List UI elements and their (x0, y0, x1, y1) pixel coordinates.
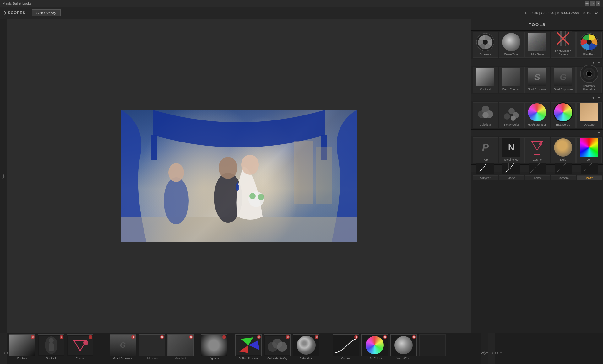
svg-rect-0 (151, 135, 157, 160)
preview-overlay (121, 110, 357, 242)
tool-colorcontrast[interactable]: Color Contrast (499, 67, 524, 93)
look-item-gradient[interactable]: ✕ Gradient (166, 334, 195, 364)
look-close-cosmo[interactable]: ✕ (89, 335, 92, 339)
looks-strip: L O O K S ✕ Contrast ✕ (0, 333, 603, 364)
look-item-saturation[interactable]: ✕ Saturation (292, 334, 320, 364)
tool-huesat[interactable]: Hue/Saturation (524, 102, 550, 128)
look-item-warmcool-post[interactable]: ✕ Warm/Cool (389, 334, 418, 364)
close-button[interactable]: ✕ (596, 1, 600, 6)
look-item-unknown1[interactable]: ✕ Unknown (138, 334, 166, 364)
look-item-extra[interactable]: ... (418, 334, 447, 364)
tool-chromatic[interactable]: Chromatic Aberration (576, 67, 602, 93)
svg-rect-61 (333, 336, 358, 355)
svg-point-4 (219, 157, 237, 179)
tool-cosmo[interactable]: Cosmo (524, 137, 550, 163)
look-close-3strip[interactable]: ✕ (257, 335, 261, 339)
look-label-extra: ... (431, 357, 434, 360)
4waycolor-icon (502, 103, 520, 121)
looks-row-post: ✕ Curves ✕ HSL Colors (330, 333, 481, 364)
tool-telecinenet[interactable]: N Telecine Net (499, 137, 524, 163)
aperture-icon (476, 33, 495, 51)
look-item-spotkill[interactable]: ✕ Spot Kill (37, 334, 65, 364)
look-close-vignette[interactable]: ✕ (222, 335, 226, 339)
row3-dropdown[interactable]: ▼ (597, 131, 600, 135)
svg-point-55 (83, 340, 88, 345)
tool-filmgrain-thumb (528, 33, 546, 51)
tools-row-3: Colorista 4-Way Color (471, 101, 603, 129)
tab-lens[interactable]: Lens (525, 175, 550, 180)
look-item-colorista3[interactable]: ✕ Colorista 3-Way (263, 334, 291, 364)
tool-lut-label: LUT (586, 158, 592, 162)
settings-button[interactable]: ⚙ (595, 11, 598, 15)
look-item-hslcolors[interactable]: ✕ HSL Colors (361, 334, 389, 364)
tab-camera[interactable]: Camera (551, 175, 576, 180)
gradexposure-visual: G (554, 68, 572, 86)
row2-dropdown2[interactable]: ▼ (597, 96, 600, 99)
tab-post[interactable]: Post (577, 175, 602, 180)
tools-section-tabs: Subject Matte (471, 164, 603, 172)
tab-subject[interactable]: Subject (473, 175, 498, 180)
tab-matte[interactable]: Matte (499, 175, 524, 180)
tool-printbleachbypass[interactable]: Print, Bleach Bypass (551, 32, 576, 58)
skin-overlay-button[interactable]: Skin Overlay (32, 9, 61, 16)
tool-duotone[interactable]: Duotone (576, 102, 602, 128)
looks-right-arrow[interactable]: ❯ (481, 333, 488, 364)
tool-warmcool[interactable]: Warm/Cool (499, 32, 524, 58)
maximize-button[interactable]: □ (590, 1, 595, 6)
tools-row3-header: ▼ (471, 129, 603, 136)
tools-text-o1: O (495, 352, 498, 355)
look-close-gradexposure[interactable]: ✕ (131, 335, 135, 339)
left-expand-button[interactable]: ❯ (0, 19, 7, 333)
tool-filmgrain[interactable]: Film Grain (524, 32, 550, 58)
tool-colorista[interactable]: Colorista (473, 102, 498, 128)
row2-dropdown[interactable]: ▼ (592, 96, 595, 99)
tool-pop[interactable]: P Pop (473, 137, 498, 163)
tools-row-4: P Pop N Telecine Net (471, 136, 603, 164)
tool-lut[interactable]: LUT (576, 137, 602, 163)
look-thumb-vignette: ✕ (201, 334, 227, 356)
look-item-cosmo[interactable]: ✕ Cosmo (66, 334, 94, 364)
look-close-warmcool-post[interactable]: ✕ (412, 335, 416, 339)
row1-dropdown2[interactable]: ▼ (597, 61, 600, 64)
tool-gradexposure[interactable]: G Grad Exposure (551, 67, 576, 93)
row1-dropdown[interactable]: ▼ (592, 61, 595, 64)
svg-rect-18 (560, 31, 562, 46)
look-close-saturation[interactable]: ✕ (315, 335, 318, 339)
look-item-contrast[interactable]: ✕ Contrast (8, 334, 36, 364)
tools-text-t: T (499, 352, 503, 354)
look-thumb-3strip: ✕ (235, 334, 262, 356)
colorista3-icon (265, 336, 290, 355)
tool-spotexposure[interactable]: S Spot Exposure (524, 67, 550, 93)
svg-point-36 (539, 142, 542, 146)
look-close-unknown1[interactable]: ✕ (160, 335, 164, 339)
tool-mojo[interactable]: Mojo (551, 137, 576, 163)
tool-filmprint[interactable]: Film Print (576, 32, 602, 58)
tool-chromatic-label: Chromatic Aberration (577, 84, 601, 91)
tool-hslcolors[interactable]: HSL Colors (551, 102, 576, 128)
look-close-colorista3[interactable]: ✕ (286, 335, 290, 339)
look-close-gradient[interactable]: ✕ (189, 335, 193, 339)
scopes-button[interactable]: ❯ SCOPES (4, 11, 25, 15)
look-label-colorista3: Colorista 3-Way (267, 357, 287, 360)
look-item-gradexposure[interactable]: ✕ G Grad Exposure (109, 334, 137, 364)
svg-point-26 (482, 112, 489, 118)
minimize-button[interactable]: — (585, 1, 589, 6)
tool-exposure[interactable]: Exposure (473, 32, 498, 58)
colorcontrast-visual (502, 68, 520, 86)
spotkill-icon (39, 336, 64, 355)
tool-lut-thumb (580, 138, 599, 157)
tool-contrast-label: Contrast (480, 88, 491, 91)
look-close-hslcolors[interactable]: ✕ (383, 335, 387, 339)
mojo-visual (554, 138, 572, 157)
look-close-curves[interactable]: ✕ (354, 335, 358, 339)
spotexposure-visual: S (528, 68, 546, 86)
tool-4waycolor[interactable]: 4-Way Color (499, 102, 524, 128)
look-item-vignette[interactable]: ✕ Vignette (200, 334, 228, 364)
look-item-3strip[interactable]: ✕ 3-Strip Process (234, 334, 263, 364)
look-close-spotkill[interactable]: ✕ (60, 335, 63, 339)
look-thumb-spotkill: ✕ (38, 334, 64, 356)
tool-contrast[interactable]: Contrast (473, 67, 498, 93)
look-item-curves[interactable]: ✕ Curves (332, 334, 360, 364)
pop-visual: P (476, 138, 494, 157)
look-close-contrast[interactable]: ✕ (31, 335, 35, 339)
